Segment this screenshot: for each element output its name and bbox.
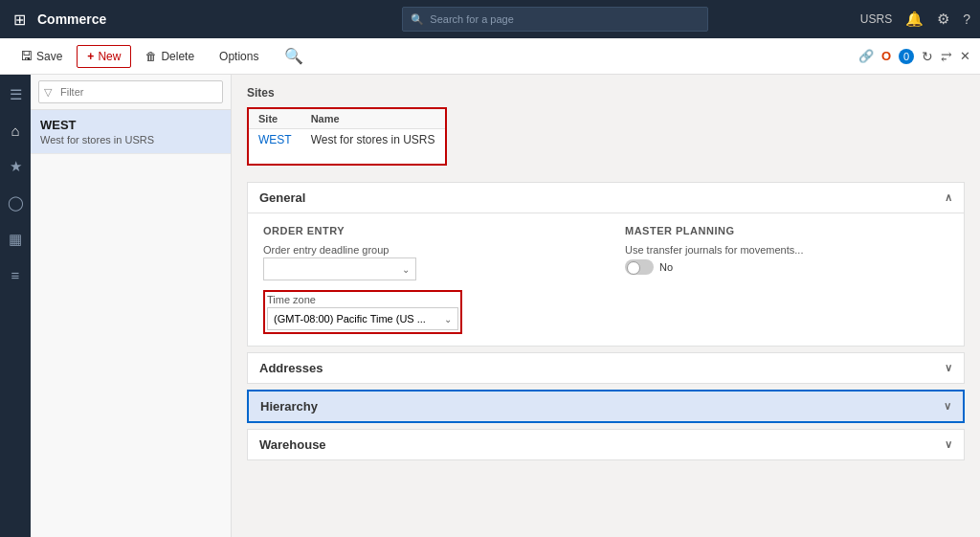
hierarchy-section-header[interactable]: Hierarchy ∨	[248, 391, 964, 422]
hamburger-icon[interactable]: ☰	[6, 82, 26, 107]
timezone-border: Time zone (GMT-08:00) Pacific Time (US .…	[263, 290, 462, 334]
close-icon[interactable]: ✕	[960, 49, 970, 63]
sidebar-filter-area: ▽	[31, 75, 231, 110]
general-chevron-up-icon: ∧	[945, 191, 952, 204]
general-section: General ∧ ORDER ENTRY Order entry deadli…	[247, 182, 965, 347]
link-icon[interactable]: 🔗	[858, 49, 874, 63]
list-icon[interactable]: ≡	[8, 263, 24, 287]
hierarchy-section-label: Hierarchy	[260, 399, 318, 414]
favorites-icon[interactable]: ★	[6, 154, 26, 179]
timezone-select[interactable]: (GMT-08:00) Pacific Time (US ... ⌄	[267, 307, 458, 330]
new-button[interactable]: + New	[77, 45, 131, 68]
left-nav: ☰ ⌂ ★ ◯ ▦ ≡	[0, 75, 31, 537]
delete-icon: 🗑	[145, 50, 157, 63]
sites-cell-name: West for stores in USRS	[301, 129, 445, 151]
sites-section-label: Sites	[247, 86, 965, 100]
options-button[interactable]: Options	[209, 45, 269, 68]
sidebar-item-title: WEST	[40, 118, 221, 132]
transfer-label: Use transfer journals for movements...	[625, 244, 948, 256]
delete-button[interactable]: 🗑 Delete	[135, 45, 205, 68]
filter-wrapper: ▽	[38, 80, 223, 103]
global-search[interactable]: 🔍 Search for a page	[402, 7, 708, 32]
timezone-field: Time zone (GMT-08:00) Pacific Time (US .…	[263, 290, 587, 334]
help-question-icon[interactable]: ?	[963, 11, 970, 27]
timezone-label: Time zone	[267, 294, 458, 305]
warehouse-section: Warehouse ∨	[247, 429, 965, 460]
timezone-value: (GMT-08:00) Pacific Time (US ...	[274, 313, 426, 324]
expand-icon[interactable]: ⥂	[941, 49, 952, 64]
refresh-icon[interactable]: ↻	[922, 49, 933, 64]
toolbar: 🖫 Save + New 🗑 Delete Options 🔍 🔗 O 0 ↻ …	[0, 38, 980, 75]
new-label: New	[98, 50, 121, 63]
sites-table: Site Name WEST West for stores in USRS	[249, 109, 445, 150]
sidebar-list: WEST West for stores in USRS	[31, 110, 231, 537]
notification-bell-icon[interactable]: 🔔	[905, 11, 924, 28]
master-planning-title: MASTER PLANNING	[625, 225, 948, 236]
hierarchy-chevron-down-icon: ∨	[944, 400, 951, 413]
addresses-section-label: Addresses	[259, 361, 323, 375]
office-icon[interactable]: O	[881, 49, 891, 63]
toggle-row: No	[625, 259, 948, 275]
order-entry-title: ORDER ENTRY	[263, 225, 587, 236]
deadline-group-label: Order entry deadline group	[263, 244, 587, 256]
addresses-section: Addresses ∨	[247, 352, 965, 384]
warehouse-section-header[interactable]: Warehouse ∨	[248, 430, 964, 459]
filter-input[interactable]	[38, 80, 223, 103]
hierarchy-section: Hierarchy ∨	[247, 390, 965, 423]
chart-icon[interactable]: ▦	[5, 227, 26, 252]
warehouse-section-label: Warehouse	[259, 437, 326, 452]
home-icon[interactable]: ⌂	[7, 119, 23, 143]
top-bar-right: USRS 🔔 ⚙ ?	[860, 11, 970, 28]
sites-table-wrapper: Site Name WEST West for stores in USRS	[247, 107, 965, 168]
save-icon: 🖫	[20, 49, 33, 63]
general-section-label: General	[259, 190, 305, 205]
toggle-label: No	[659, 261, 673, 273]
sidebar-item-subtitle: West for stores in USRS	[40, 134, 221, 145]
deadline-group-select[interactable]: ⌄	[263, 257, 416, 280]
toolbar-right-icons: 🔗 O 0 ↻ ⥂ ✕	[858, 49, 970, 64]
settings-gear-icon[interactable]: ⚙	[937, 11, 949, 28]
general-section-header[interactable]: General ∧	[248, 183, 964, 213]
sidebar-item-west[interactable]: WEST West for stores in USRS	[31, 110, 231, 154]
general-section-body: ORDER ENTRY Order entry deadline group ⌄…	[248, 213, 964, 346]
sites-col-site: Site	[249, 109, 301, 129]
search-icon: 🔍	[411, 13, 424, 26]
sites-table-row: WEST West for stores in USRS	[249, 129, 445, 151]
new-plus-icon: +	[87, 50, 94, 63]
main-layout: ☰ ⌂ ★ ◯ ▦ ≡ ▽ WEST West for stores in US…	[0, 75, 980, 537]
order-entry-group: ORDER ENTRY Order entry deadline group ⌄…	[263, 225, 587, 334]
sites-col-name: Name	[301, 109, 445, 129]
warehouse-chevron-down-icon: ∨	[945, 438, 952, 451]
save-button[interactable]: 🖫 Save	[10, 44, 73, 68]
timezone-chevron-down-icon: ⌄	[444, 314, 452, 324]
grid-icon[interactable]: ⊞	[10, 7, 30, 33]
content-area: Sites Site Name WEST West for stores in …	[232, 75, 980, 537]
deadline-chevron-down-icon: ⌄	[402, 264, 410, 275]
user-label: USRS	[860, 12, 892, 26]
save-label: Save	[36, 50, 62, 63]
general-two-col: ORDER ENTRY Order entry deadline group ⌄…	[263, 225, 948, 334]
delete-label: Delete	[161, 50, 194, 63]
top-bar: ⊞ Commerce 🔍 Search for a page USRS 🔔 ⚙ …	[0, 0, 980, 38]
toolbar-search-icon[interactable]: 🔍	[280, 43, 307, 69]
recent-icon[interactable]: ◯	[4, 190, 28, 215]
notification-count-badge: 0	[899, 49, 914, 64]
app-title: Commerce	[37, 11, 106, 27]
addresses-section-header[interactable]: Addresses ∨	[248, 353, 964, 383]
transfer-toggle[interactable]	[625, 259, 654, 275]
sites-cell-site[interactable]: WEST	[249, 129, 301, 151]
master-planning-group: MASTER PLANNING Use transfer journals fo…	[625, 225, 948, 334]
addresses-chevron-down-icon: ∨	[945, 362, 952, 374]
filter-icon: ▽	[44, 86, 52, 99]
search-placeholder: Search for a page	[430, 13, 513, 25]
sites-table-border: Site Name WEST West for stores in USRS	[247, 107, 447, 166]
options-label: Options	[219, 50, 258, 63]
sidebar: ▽ WEST West for stores in USRS	[31, 75, 232, 537]
